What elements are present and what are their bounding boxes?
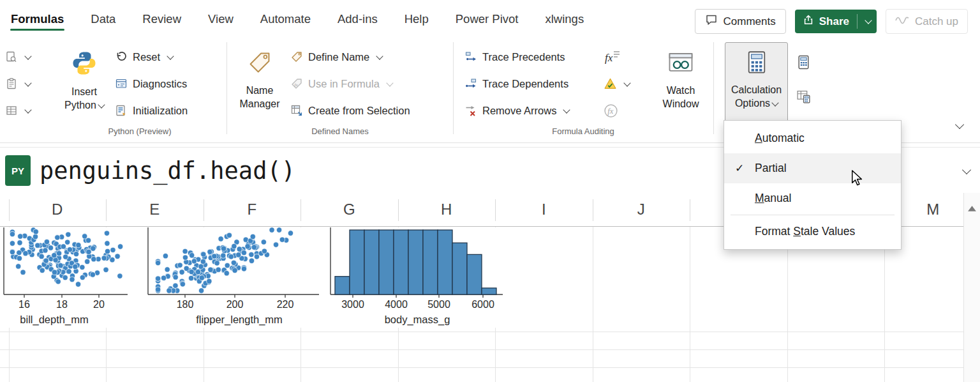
calculate-sheet-button[interactable] [796,87,811,106]
svg-text:6000: 6000 [471,299,494,310]
mouse-cursor [850,170,865,189]
menu-item-label: Manual [755,192,791,205]
share-icon [803,14,814,29]
formula-input[interactable]: penguins_df.head() [40,157,295,185]
column-header-E[interactable]: E [106,193,204,226]
tab-power-pivot[interactable]: Power Pivot [455,2,519,36]
calculator-icon [745,50,769,77]
collapsed-group-button-3[interactable] [5,101,31,120]
initialization-button[interactable]: Initialization [115,101,188,120]
column-header-divider [690,199,690,221]
diagnostics-icon [115,77,128,90]
chevron-down-icon [24,106,31,113]
column-header-F[interactable]: F [204,193,301,226]
menu-item-label: Partial [755,162,787,175]
group-divider [226,42,227,134]
gridline-vertical [884,227,885,382]
menu-item-format-stale-values[interactable]: Format Stale Values [724,217,901,247]
checkmark-icon: ✓ [724,162,755,175]
catch-up-button[interactable]: Catch up [886,9,968,34]
calculate-now-button[interactable] [796,52,811,72]
python-logo-icon [71,50,98,79]
chevron-down-icon [24,79,31,86]
tag-icon [290,50,303,63]
watch-window-label-line2: Window [663,98,699,109]
collapsed-group-button-1[interactable] [5,47,31,66]
remove-arrows-icon [464,104,477,117]
comments-button[interactable]: Comments [695,9,786,34]
svg-text:16: 16 [19,299,30,310]
name-manager-label-line2: Manager [239,98,279,109]
column-header-H[interactable]: H [398,193,496,226]
gridline-horizontal [0,349,963,350]
tab-automate[interactable]: Automate [260,2,311,36]
column-header-D[interactable]: D [9,193,107,226]
paste-search-icon [5,50,18,63]
tab-view[interactable]: View [207,2,234,36]
comments-label: Comments [724,15,776,28]
tab-xlwings[interactable]: xlwings [545,2,585,36]
wave-icon [895,15,909,28]
svg-text:bill_depth_mm: bill_depth_mm [20,314,88,326]
create-from-selection-button[interactable]: Create from Selection [290,101,410,120]
column-header-I[interactable]: I [495,193,593,226]
evaluate-formula-button[interactable]: fx [604,101,618,120]
tab-help[interactable]: Help [404,2,429,36]
chevron-down-icon [386,79,393,86]
menu-item-automatic[interactable]: Automatic [724,123,901,153]
diagnostics-label: Diagnostics [133,78,187,90]
vertical-scrollbar[interactable] [963,193,980,382]
svg-text:flipper_length_mm: flipper_length_mm [196,314,283,326]
svg-text:180: 180 [177,299,194,310]
expand-formula-bar-chevron-icon[interactable] [962,165,971,174]
svg-text:20: 20 [93,299,105,310]
diagnostics-button[interactable]: Diagnostics [115,74,187,93]
charts-layer[interactable]: 161820bill_depth_mm180200220flipper_leng… [0,227,510,332]
scroll-up-button[interactable] [967,203,977,215]
python-cell-badge: PY [5,155,31,186]
svg-text:5000: 5000 [427,299,450,310]
tab-add-ins[interactable]: Add-ins [337,2,378,36]
use-in-formula-button[interactable]: fx Use in Formula [290,74,392,93]
name-manager-button[interactable]: NameManager [236,42,283,124]
column-header-G[interactable]: G [301,193,398,226]
chevron-down-icon [376,52,383,59]
define-name-label: Define Name [308,51,369,63]
create-from-selection-icon [290,104,303,117]
menu-separator [731,215,895,215]
gridline-horizontal [0,367,963,368]
menu-item-manual[interactable]: Manual [724,183,901,213]
calculation-options-button[interactable]: CalculationOptions [725,42,788,124]
tab-review[interactable]: Review [142,2,182,36]
tab-data[interactable]: Data [90,2,116,36]
group-divider [713,42,714,134]
collapsed-group-button-2[interactable] [5,74,31,93]
svg-text:18: 18 [56,299,68,310]
menubar: FormulasDataReviewViewAutomateAdd-insHel… [0,0,980,38]
menu-item-partial[interactable]: ✓Partial [724,153,901,183]
column-header-J[interactable]: J [593,193,690,226]
group-divider [453,42,454,134]
show-formulas-button[interactable]: fx [604,47,621,66]
trace-precedents-button[interactable]: Trace Precedents [464,47,565,66]
calculation-options-menu: Automatic✓PartialManualFormat Stale Valu… [724,120,902,250]
svg-text:4000: 4000 [385,299,408,310]
chevron-down-icon [563,106,570,113]
share-dropdown-arrow[interactable] [858,10,877,33]
tab-formulas[interactable]: Formulas [10,2,64,36]
share-button[interactable]: Share [795,10,877,33]
gridline-vertical [593,227,593,382]
remove-arrows-button[interactable]: Remove Arrows [464,101,569,120]
define-name-button[interactable]: Define Name [290,47,382,66]
trace-dependents-button[interactable]: Trace Dependents [464,74,568,93]
insert-python-button[interactable]: InsertPython [64,42,105,124]
reset-button[interactable]: Reset [115,47,173,66]
menu-item-label: Format Stale Values [755,225,855,238]
menu-tabs: FormulasDataReviewViewAutomateAdd-insHel… [10,0,584,38]
watch-window-label-line1: Watch [667,85,695,96]
error-checking-button[interactable] [604,74,630,93]
svg-text:fx: fx [295,82,299,88]
calculation-options-label-line2: Options [735,98,770,109]
collapse-ribbon-chevron-icon[interactable] [955,120,964,129]
watch-window-button[interactable]: WatchWindow [656,42,706,124]
